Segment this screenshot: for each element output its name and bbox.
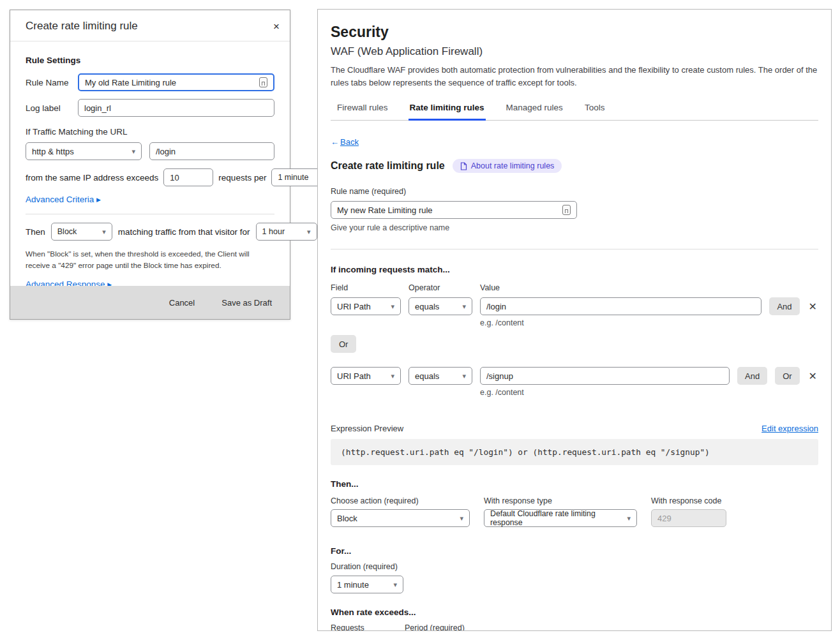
cancel-button[interactable]: Cancel (169, 298, 195, 308)
chevron-down-icon: ▾ (627, 515, 631, 522)
or-button[interactable]: Or (775, 367, 799, 385)
response-type-label: With response type (484, 496, 637, 505)
rate-heading: When rate exceeds... (331, 607, 818, 617)
back-label: Back (340, 137, 359, 147)
create-rate-limiting-rule-modal: Create rate limiting rule × Rule Setting… (10, 10, 290, 320)
requests-input[interactable] (163, 168, 213, 186)
chevron-down-icon: ▾ (102, 228, 106, 235)
field-select[interactable]: URI Path ▾ (331, 367, 401, 385)
edit-expression-link[interactable]: Edit expression (761, 424, 818, 433)
rule-name-label: Rule Name (26, 78, 71, 87)
or-button[interactable]: Or (331, 335, 356, 353)
page-description: The Cloudflare WAF provides both automat… (331, 64, 818, 89)
traffic-match-label: If Traffic Matching the URL (26, 127, 274, 137)
scheme-value: http & https (32, 147, 74, 156)
choose-action-label: Choose action (required) (331, 496, 470, 505)
choose-action-select[interactable]: Block ▾ (331, 509, 470, 527)
rule-name-value: My old Rate Limiting rule (85, 78, 176, 87)
log-label-input[interactable] (78, 99, 274, 117)
value-input[interactable] (480, 367, 730, 385)
divider (26, 214, 274, 214)
choose-action-value: Block (337, 514, 357, 523)
operator-select[interactable]: equals ▾ (409, 367, 472, 385)
divider (331, 249, 818, 249)
page-subtitle: WAF (Web Application Firewall) (331, 45, 818, 58)
tab-firewall-rules[interactable]: Firewall rules (336, 99, 389, 121)
create-rule-heading: Create rate limiting rule (331, 160, 445, 172)
operator-column-label: Operator (409, 283, 472, 292)
modal-title: Create rate limiting rule (26, 20, 138, 33)
period-label: Period (required) (405, 623, 465, 631)
and-button[interactable]: And (737, 367, 767, 385)
about-rate-limiting-badge[interactable]: About rate limiting rules (453, 159, 562, 173)
value-helper: e.g. /content (480, 388, 818, 397)
chevron-down-icon: ▾ (462, 303, 466, 310)
ban-duration-value: 1 hour (262, 227, 285, 236)
then-heading: Then... (331, 479, 818, 489)
field-value: URI Path (337, 371, 371, 381)
save-as-draft-button[interactable]: Save as Draft (221, 298, 272, 308)
duration-label: Duration (required) (331, 562, 818, 571)
tab-tools[interactable]: Tools (583, 99, 606, 121)
duration-select[interactable]: 1 minute ▾ (331, 576, 403, 593)
period-value: 1 minute (278, 173, 308, 182)
chevron-down-icon: ▾ (393, 581, 397, 588)
remove-row-icon[interactable]: ✕ (807, 370, 818, 382)
and-button[interactable]: And (769, 297, 799, 315)
security-waf-panel: Security WAF (Web Application Firewall) … (317, 9, 832, 631)
response-type-select[interactable]: Default Cloudflare rate limiting respons… (484, 509, 637, 527)
response-type-value: Default Cloudflare rate limiting respons… (490, 509, 622, 527)
rule-name-value: My new Rate Limiting rule (337, 205, 433, 215)
close-icon[interactable]: × (273, 21, 280, 32)
value-input[interactable] (480, 297, 761, 315)
operator-select[interactable]: equals ▾ (409, 297, 472, 315)
response-code-label: With response code (651, 496, 726, 505)
chevron-down-icon: ▾ (307, 228, 311, 235)
requests-label: Requests (required) (331, 623, 397, 631)
about-badge-label: About rate limiting rules (471, 161, 555, 170)
match-row: URI Path ▾ equals ▾ And ✕ (331, 297, 818, 315)
tab-managed-rules[interactable]: Managed rules (505, 99, 564, 121)
value-helper: e.g. /content (480, 318, 818, 327)
block-note: When "Block" is set, when the threshold … (26, 248, 274, 272)
log-label-label: Log label (26, 103, 71, 113)
duration-value: 1 minute (337, 580, 369, 590)
back-arrow-icon: ← (331, 137, 339, 147)
value-column-label: Value (480, 283, 500, 292)
rule-name-label: Rule name (required) (331, 187, 818, 196)
page-title: Security (331, 24, 818, 41)
for-heading: For... (331, 546, 818, 556)
waf-tabs: Firewall rules Rate limiting rules Manag… (331, 99, 818, 121)
field-column-label: Field (331, 283, 401, 292)
advanced-criteria-link[interactable]: Advanced Criteria ▶ (26, 195, 101, 204)
ban-duration-select[interactable]: 1 hour ▾ (256, 223, 317, 241)
expression-preview-code: (http.request.uri.path eq "/login") or (… (331, 439, 818, 465)
doc-icon (460, 162, 467, 170)
url-input[interactable] (149, 142, 274, 160)
chevron-down-icon: ▾ (131, 148, 135, 155)
back-link[interactable]: ←Back (331, 137, 359, 147)
modal-header: Create rate limiting rule × (10, 10, 290, 41)
match-heading: If incoming requests match... (331, 265, 818, 274)
autofill-icon[interactable] (259, 77, 267, 87)
modal-body: Rule Settings Rule Name My old Rate Limi… (10, 41, 290, 317)
tab-rate-limiting-rules[interactable]: Rate limiting rules (409, 99, 486, 121)
remove-row-icon[interactable]: ✕ (807, 301, 818, 313)
chevron-down-icon: ▾ (391, 373, 394, 380)
rule-settings-heading: Rule Settings (26, 56, 274, 65)
match-row: URI Path ▾ equals ▾ And Or ✕ (331, 367, 818, 385)
exceeds-prefix: from the same IP address exceeds (26, 173, 158, 182)
rule-name-input[interactable]: My old Rate Limiting rule (78, 73, 274, 91)
disclosure-arrow-icon: ▶ (96, 197, 101, 203)
advanced-criteria-label: Advanced Criteria (26, 195, 94, 204)
then-suffix: matching traffic from that visitor for (118, 227, 250, 237)
field-value: URI Path (337, 302, 371, 311)
scheme-select[interactable]: http & https ▾ (26, 142, 142, 160)
autofill-icon[interactable] (562, 205, 571, 215)
field-select[interactable]: URI Path ▾ (331, 297, 401, 315)
expression-preview-label: Expression Preview (331, 424, 403, 433)
action-select[interactable]: Block ▾ (51, 223, 112, 241)
response-code-input (651, 509, 726, 527)
rule-name-input[interactable]: My new Rate Limiting rule (331, 201, 577, 219)
operator-value: equals (415, 371, 439, 381)
